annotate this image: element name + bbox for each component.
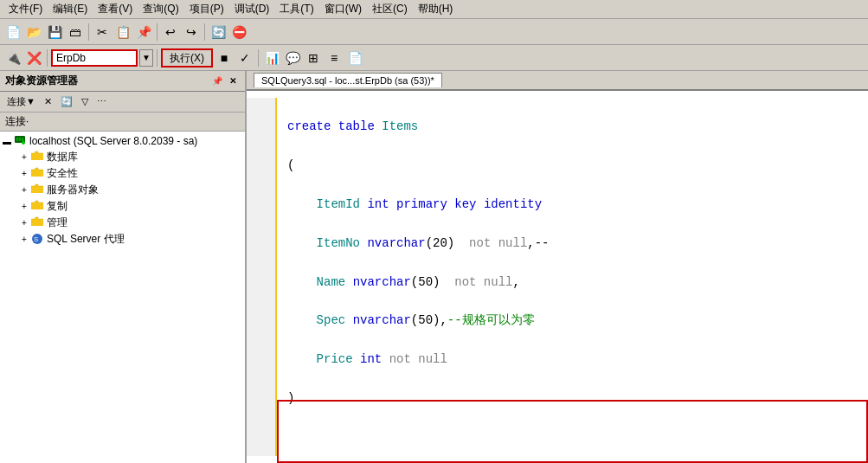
folder-icon-db [31,151,45,164]
sep6 [258,49,259,67]
save-all-btn[interactable]: 🗃 [66,23,85,42]
parse-btn[interactable]: ✓ [235,48,254,68]
agent-icon: S [31,233,45,247]
file-btn[interactable]: 📄 [345,48,364,68]
svg-point-4 [22,141,25,145]
menubar: 文件(F) 编辑(E) 查看(V) 查询(Q) 项目(P) 调试(D) 工具(T… [0,0,868,19]
main-toolbar: 📄 📂 💾 🗃 ✂ 📋 📌 ↩ ↪ 🔄 ⛔ [0,19,868,45]
sep2 [157,23,158,41]
code-line-7: Price int not null [287,350,858,369]
code-line-1: create table Items [287,117,858,136]
agent-node[interactable]: + S SQL Server 代理 [0,231,245,248]
query-tab: SQLQuery3.sql - loc...st.ErpDb (sa (53))… [247,71,868,91]
copy-btn[interactable]: 📋 [113,23,132,42]
menu-community[interactable]: 社区(C) [367,0,413,18]
menu-project[interactable]: 项目(P) [184,0,229,18]
oe-refresh-btn[interactable]: 🔄 [57,94,76,109]
menu-edit[interactable]: 编辑(E) [48,0,93,18]
tab-label: SQLQuery3.sql - loc...st.ErpDb (sa (53))… [261,75,434,86]
sep3 [204,23,205,41]
so-expand: + [17,185,31,195]
oe-toolbar: 连接▼ ✕ 🔄 ▽ ⋯ [0,92,245,113]
mgmt-expand: + [17,218,31,228]
agent-label: SQL Server 代理 [47,232,125,247]
replication-node[interactable]: + 复制 [0,198,245,215]
tab-sqlquery3[interactable]: SQLQuery3.sql - loc...st.ErpDb (sa (53))… [254,73,442,87]
management-label: 管理 [47,215,68,230]
messages-btn[interactable]: 💬 [283,48,302,68]
folder-icon-sec [31,167,45,181]
svg-rect-1 [16,138,18,141]
code-line-4: ItemNo nvarchar(20) not null,-- [287,234,858,253]
sep4 [47,49,48,67]
svg-rect-2 [19,138,21,141]
oe-header-buttons: 📌 ✕ [210,74,240,88]
oe-connect-btn[interactable]: 连接▼ [3,93,39,110]
oe-tree: ▬ localhost (SQL Server 8.0.2039 - sa) + [0,132,245,463]
query-area: SQLQuery3.sql - loc...st.ErpDb (sa (53))… [247,71,868,463]
replication-label: 复制 [47,199,68,214]
rep-expand: + [17,202,31,211]
server-expand: ▬ [0,137,14,146]
text-btn[interactable]: ≡ [325,48,344,68]
connect-btn[interactable]: 🔌 [3,48,23,68]
oe-filter-btn[interactable]: ▽ [78,94,92,109]
svg-rect-3 [22,138,23,141]
db-selector: ErpDb ▼ [51,49,153,67]
databases-node[interactable]: + 数据库 [0,149,245,165]
stop-exec-btn[interactable]: ■ [215,48,234,68]
sep1 [88,23,89,41]
query-toolbar: 🔌 ❌ ErpDb ▼ 执行(X) ■ ✓ 📊 💬 ⊞ ≡ 📄 [0,45,868,71]
sec-expand: + [17,169,31,178]
menu-help[interactable]: 帮助(H) [413,0,459,18]
security-label: 安全性 [47,166,78,181]
code-line-8: ) [287,389,858,408]
oe-title: 对象资源管理器 [5,74,78,88]
menu-window[interactable]: 窗口(W) [319,0,367,18]
security-node[interactable]: + 安全性 [0,165,245,182]
db-input[interactable]: ErpDb [51,49,138,67]
oe-close-btn[interactable]: ✕ [226,74,240,88]
oe-header: 对象资源管理器 📌 ✕ [0,71,245,92]
server-node[interactable]: ▬ localhost (SQL Server 8.0.2039 - sa) [0,133,245,149]
query-editor[interactable]: create table Items ( ItemId int primary … [247,91,868,463]
code-line-9: 加入后选择 --添加测试数据 [287,428,858,463]
main-layout: 对象资源管理器 📌 ✕ 连接▼ ✕ 🔄 ▽ ⋯ 连接· ▬ [0,71,868,463]
menu-query[interactable]: 查询(Q) [138,0,183,18]
oe-more-btn[interactable]: ⋯ [93,94,110,109]
folder-icon-rep [31,200,45,214]
refresh-btn[interactable]: 🔄 [209,23,228,42]
management-node[interactable]: + 管理 [0,215,245,231]
server-objects-node[interactable]: + 服务器对象 [0,182,245,198]
code-content[interactable]: create table Items ( ItemId int primary … [277,98,868,456]
execute-button[interactable]: 执行(X) [161,48,213,68]
results-btn[interactable]: 📊 [262,48,281,68]
menu-tools[interactable]: 工具(T) [274,0,318,18]
menu-debug[interactable]: 调试(D) [229,0,275,18]
menu-view[interactable]: 查看(V) [93,0,138,18]
cut-btn[interactable]: ✂ [93,23,112,42]
open-btn[interactable]: 📂 [24,23,43,42]
oe-disconnect-btn[interactable]: ✕ [41,94,55,109]
paste-btn[interactable]: 📌 [134,23,153,42]
oe-pin-btn[interactable]: 📌 [210,74,224,88]
db-expand: + [17,152,31,162]
grid-btn[interactable]: ⊞ [304,48,323,68]
line-numbers [247,98,277,456]
oe-connect-link[interactable]: 连接· [5,115,29,127]
save-btn[interactable]: 💾 [45,23,64,42]
new-query-btn[interactable]: 📄 [3,23,23,42]
undo-btn[interactable]: ↩ [161,23,180,42]
disconnect-btn[interactable]: ❌ [24,48,43,68]
menu-file[interactable]: 文件(F) [3,0,48,18]
code-line-6: Spec nvarchar(50),--规格可以为零 [287,311,858,330]
server-label: localhost (SQL Server 8.0.2039 - sa) [29,135,197,147]
stop-btn[interactable]: ⛔ [229,23,248,42]
agent-expand: + [17,235,31,244]
db-dropdown[interactable]: ▼ [139,49,153,67]
databases-label: 数据库 [47,150,78,164]
code-line-5: Name nvarchar(50) not null, [287,273,858,292]
redo-btn[interactable]: ↪ [182,23,201,42]
server-objects-label: 服务器对象 [47,183,99,197]
object-explorer: 对象资源管理器 📌 ✕ 连接▼ ✕ 🔄 ▽ ⋯ 连接· ▬ [0,71,247,463]
